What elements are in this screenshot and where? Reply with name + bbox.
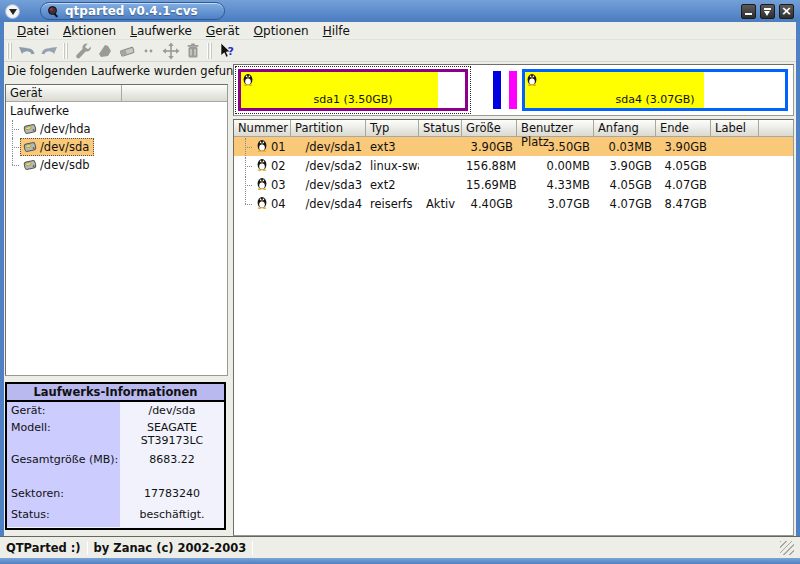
column-header-ende[interactable]: Ende <box>656 120 711 137</box>
device-tree[interactable]: Gerät Laufwerke/dev/hda/dev/sda/dev/sdb <box>5 84 228 376</box>
partition-bar-small[interactable] <box>509 71 517 109</box>
device-column-header-stub <box>122 85 227 102</box>
erase-button[interactable] <box>116 41 138 61</box>
property-button[interactable] <box>72 41 94 61</box>
info-row: Modell:SEAGATE ST39173LC <box>7 419 224 451</box>
qtparted-window: qtparted v0.4.1-cvs DateiAktionenLaufwer… <box>0 0 800 564</box>
system-menu-button[interactable] <box>5 4 20 19</box>
more-button[interactable] <box>138 41 160 61</box>
menu-item-gert[interactable]: Gerät <box>199 23 247 39</box>
column-header-status[interactable]: Status <box>419 120 462 137</box>
partition-block-sda1[interactable]: sda1 (3.50GB) <box>238 69 468 111</box>
info-value: beschäftigt. <box>120 506 224 527</box>
tree-item-label: /dev/sda <box>40 140 89 154</box>
undo-button[interactable] <box>16 41 38 61</box>
tux-icon-wrap <box>256 195 268 212</box>
partition-block-sda4[interactable]: sda4 (3.07GB) <box>522 69 788 111</box>
menu-item-laufwerke[interactable]: Laufwerke <box>123 23 199 39</box>
tux-icon <box>256 138 268 152</box>
column-header-anfang[interactable]: Anfang <box>594 120 656 137</box>
column-header-partition[interactable]: Partition <box>291 120 366 137</box>
partition-row-04[interactable]: 04/dev/sda4reiserfsAktiv4.40GB3.07GB4.07… <box>234 194 793 213</box>
column-header-benutzerplatz[interactable]: Benutzer Platz <box>517 120 594 137</box>
row-branch-line <box>239 157 253 175</box>
whats-this-button[interactable]: ? <box>216 41 238 61</box>
cell-anfang: 4.05GB <box>594 178 656 192</box>
device-panel: Die folgenden Laufwerke wurden gefunden:… <box>4 62 229 536</box>
tree-item-dev-sdb[interactable]: /dev/sdb <box>6 156 227 174</box>
wrench-icon <box>74 42 92 60</box>
partition-row-03[interactable]: 03/dev/sda3ext215.69MB4.33MB4.05GB4.07GB <box>234 175 793 194</box>
cell-nummer: 01 <box>234 137 291 156</box>
delete-button[interactable] <box>182 41 204 61</box>
tree-item-dev-sda[interactable]: /dev/sda <box>6 138 227 156</box>
partition-table-body: 01/dev/sda1ext33.90GB3.50GB0.03MB3.90GB0… <box>234 137 793 213</box>
toolbar-handle[interactable] <box>63 43 69 59</box>
partition-block-label: sda4 (3.07GB) <box>525 93 785 106</box>
menu-item-optionen[interactable]: Optionen <box>247 23 316 39</box>
resize-grip[interactable] <box>780 541 794 555</box>
column-header-nummer[interactable]: Nummer <box>234 120 291 137</box>
whats-this-icon: ? <box>218 42 236 60</box>
disk-icon <box>23 122 37 136</box>
menu-item-aktionen[interactable]: Aktionen <box>56 23 123 39</box>
format-button[interactable] <box>94 41 116 61</box>
info-value: SEAGATE ST39173LC <box>120 419 224 451</box>
close-button[interactable] <box>779 4 794 19</box>
maximize-button[interactable] <box>760 4 775 19</box>
cell-partition: /dev/sda1 <box>291 140 366 154</box>
tree-item-label: /dev/sdb <box>40 158 90 172</box>
partition-row-02[interactable]: 02/dev/sda2linux-swap156.88MB0.00MB3.90G… <box>234 156 793 175</box>
partition-table[interactable]: NummerPartitionTypStatusGrößeBenutzer Pl… <box>233 119 794 536</box>
cell-benutzer_platz: 3.50GB <box>517 140 594 154</box>
paint-icon <box>96 42 114 60</box>
tux-icon-wrap <box>256 157 268 174</box>
toolbar-handle[interactable] <box>7 43 13 59</box>
partition-row-01[interactable]: 01/dev/sda1ext33.90GB3.50GB0.03MB3.90GB <box>234 137 793 156</box>
menu-item-hilfe[interactable]: Hilfe <box>316 23 357 39</box>
devices-found-label: Die folgenden Laufwerke wurden gefunden: <box>7 64 259 78</box>
cell-groesse: 4.40GB <box>462 197 517 211</box>
info-row: Sektoren:17783240 <box>7 485 224 506</box>
redo-icon <box>40 42 58 60</box>
partition-table-header: NummerPartitionTypStatusGrößeBenutzer Pl… <box>234 120 793 137</box>
tree-item-label-box[interactable]: /dev/sda <box>20 138 94 156</box>
cell-ende: 4.05GB <box>656 159 711 173</box>
column-header-stub <box>759 120 793 137</box>
column-header-gre[interactable]: Größe <box>462 120 517 137</box>
cell-nummer: 04 <box>234 194 291 213</box>
redo-button[interactable] <box>38 41 60 61</box>
statusbar-credit-label: by Zanac (c) 2002-2003 <box>94 541 247 555</box>
tree-branch-line <box>6 138 20 156</box>
cell-anfang: 3.90GB <box>594 159 656 173</box>
disk-icon <box>23 158 37 172</box>
partition-bar-view[interactable]: sda1 (3.50GB)sda4 (3.07GB) <box>233 64 794 116</box>
toolbar-handle[interactable] <box>207 43 213 59</box>
column-header-label[interactable]: Label <box>711 120 759 137</box>
trash-icon <box>184 42 202 60</box>
minimize-button[interactable] <box>741 4 756 19</box>
tree-item-label-box[interactable]: /dev/hda <box>20 120 96 138</box>
tree-root-laufwerke[interactable]: Laufwerke <box>6 102 227 120</box>
device-column-header[interactable]: Gerät <box>6 85 122 102</box>
cell-status: Aktiv <box>419 197 462 211</box>
info-label: Gerät: <box>7 402 120 419</box>
cell-nummer-text: 02 <box>271 159 286 173</box>
tree-item-label-box[interactable]: /dev/sdb <box>20 156 95 174</box>
statusbar-app-label: QTParted :) <box>6 541 81 555</box>
disk-icon <box>23 140 37 154</box>
cell-partition: /dev/sda4 <box>291 197 366 211</box>
status-bar: QTParted :) by Zanac (c) 2002-2003 <box>0 536 800 558</box>
tux-icon <box>256 176 268 190</box>
chevron-down-icon <box>9 9 17 15</box>
info-label: Sektoren: <box>7 485 120 506</box>
info-row: Gerät:/dev/sda <box>7 402 224 419</box>
tree-item-dev-hda[interactable]: /dev/hda <box>6 120 227 138</box>
menu-item-datei[interactable]: Datei <box>10 23 56 39</box>
partition-bar-small[interactable] <box>493 71 501 109</box>
partition-panel: sda1 (3.50GB)sda4 (3.07GB) NummerPartiti… <box>233 62 796 536</box>
cell-nummer: 02 <box>234 156 291 175</box>
info-label: Gesamtgröße (MB): <box>7 451 120 485</box>
move-resize-button[interactable] <box>160 41 182 61</box>
column-header-typ[interactable]: Typ <box>366 120 419 137</box>
